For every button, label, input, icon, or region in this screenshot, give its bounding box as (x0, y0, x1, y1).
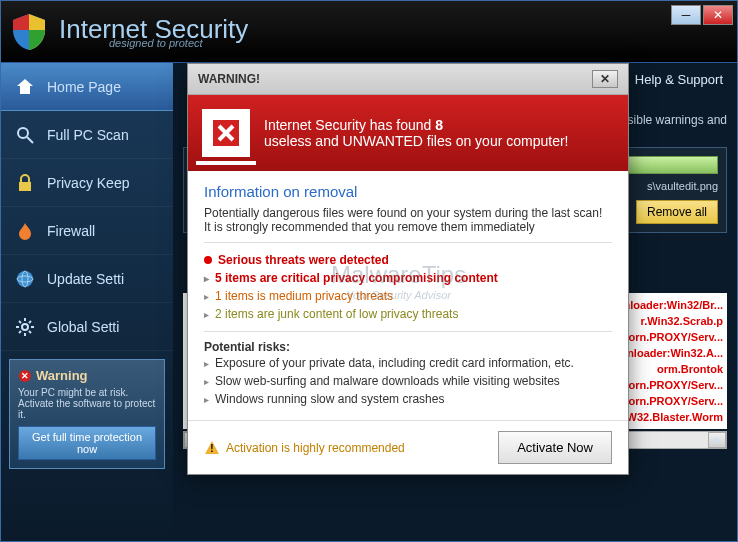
close-button[interactable]: ✕ (703, 5, 733, 25)
sidebar-item-label: Home Page (47, 79, 121, 95)
svg-line-13 (19, 331, 21, 333)
dialog-close-button[interactable]: ✕ (592, 70, 618, 88)
sidebar-item-global[interactable]: Global Setti (1, 303, 173, 351)
sidebar-item-label: Full PC Scan (47, 127, 129, 143)
minimize-button[interactable]: ─ (671, 5, 701, 25)
risk-3: ▸Windows running slow and system crashes (204, 390, 612, 408)
dialog-footer: ! Activation is highly recommended Activ… (188, 420, 628, 474)
sidebar-item-home[interactable]: Home Page (1, 63, 173, 111)
svg-text:!: ! (210, 443, 213, 454)
critical-line: ▸5 items are critical privacy compromisi… (204, 269, 612, 287)
svg-line-11 (19, 321, 21, 323)
remove-all-button[interactable]: Remove all (636, 200, 718, 224)
info-heading: Information on removal (204, 183, 612, 200)
shield-icon (11, 12, 47, 52)
info-text-2: It is strongly recommended that you remo… (204, 220, 612, 234)
help-support-link[interactable]: ? Help & Support (613, 71, 723, 87)
risk-2: ▸Slow web-surfing and malware downloads … (204, 372, 612, 390)
get-protection-button[interactable]: Get full time protection now (18, 426, 156, 460)
warning-title: ✕ Warning (18, 368, 156, 383)
threat-summary: Serious threats were detected ▸5 items a… (204, 242, 612, 332)
sidebar-item-update[interactable]: Update Setti (1, 255, 173, 303)
sidebar-item-scan[interactable]: Full PC Scan (1, 111, 173, 159)
home-icon (13, 75, 37, 99)
low-line: ▸2 items are junk content of low privacy… (204, 305, 612, 323)
lock-icon (13, 171, 37, 195)
svg-point-6 (22, 324, 28, 330)
gear-icon (13, 315, 37, 339)
warning-title-text: Warning (36, 368, 88, 383)
warning-triangle-icon: ! (204, 440, 220, 456)
search-icon (13, 123, 37, 147)
sidebar-item-privacy[interactable]: Privacy Keep (1, 159, 173, 207)
warning-box: ✕ Warning Your PC might be at risk. Acti… (9, 359, 165, 469)
error-icon: ✕ (18, 369, 32, 383)
sidebar-item-label: Global Setti (47, 319, 119, 335)
sidebar-item-firewall[interactable]: Firewall (1, 207, 173, 255)
dialog-banner: Internet Security has found 8 useless an… (188, 95, 628, 171)
titlebar: Internet Security designed to protect ─ … (1, 1, 737, 63)
help-label: Help & Support (635, 72, 723, 87)
svg-rect-2 (19, 182, 31, 191)
svg-point-3 (17, 271, 33, 287)
risks-heading: Potential risks: (204, 340, 612, 354)
scroll-right-button[interactable]: ▶ (708, 432, 726, 448)
svg-line-14 (29, 321, 31, 323)
flame-icon (13, 219, 37, 243)
svg-line-12 (29, 331, 31, 333)
activate-now-button[interactable]: Activate Now (498, 431, 612, 464)
svg-text:✕: ✕ (21, 371, 29, 381)
serious-line: Serious threats were detected (204, 251, 612, 269)
sidebar-item-label: Firewall (47, 223, 95, 239)
dialog-title: WARNING! (198, 72, 260, 86)
risk-1: ▸Exposure of your private data, includin… (204, 354, 612, 372)
warning-dialog: WARNING! ✕ Internet Security has found 8… (187, 63, 629, 475)
monitor-error-icon (202, 109, 250, 157)
svg-line-1 (27, 137, 33, 143)
app-window: Internet Security designed to protect ─ … (0, 0, 738, 542)
svg-point-0 (18, 128, 28, 138)
info-text-1: Potentially dangerous files were found o… (204, 206, 612, 220)
dialog-body: Information on removal Potentially dange… (188, 171, 628, 420)
sidebar-item-label: Privacy Keep (47, 175, 129, 191)
sidebar-item-label: Update Setti (47, 271, 124, 287)
threat-name: r.Win32.Scrab.p (641, 315, 723, 327)
banner-text: Internet Security has found 8 useless an… (264, 117, 568, 149)
medium-line: ▸1 items is medium privacy threats (204, 287, 612, 305)
sidebar: Home Page Full PC Scan Privacy Keep Fire… (1, 63, 173, 541)
globe-icon (13, 267, 37, 291)
warning-text: Your PC might be at risk. Activate the s… (18, 387, 156, 420)
threat-name: orm.Brontok (657, 363, 723, 375)
dialog-titlebar: WARNING! ✕ (188, 64, 628, 95)
activation-text: ! Activation is highly recommended (204, 440, 405, 456)
